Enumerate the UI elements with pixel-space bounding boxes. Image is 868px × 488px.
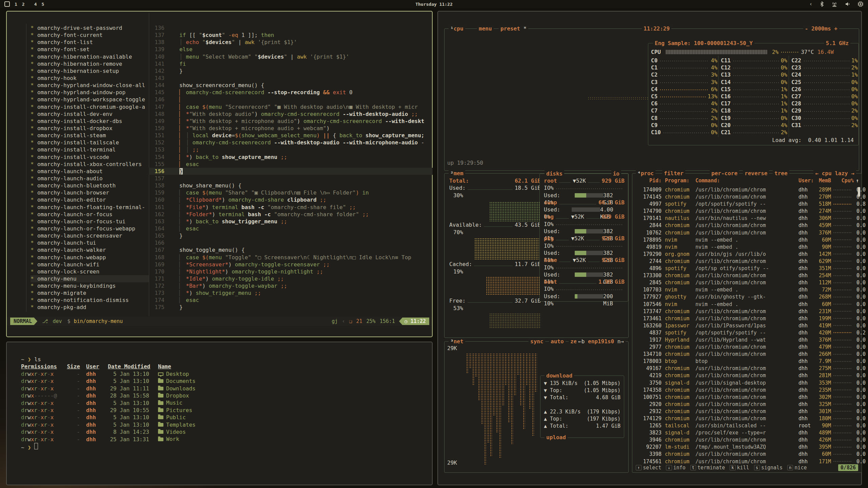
proc-key-info[interactable]: ↓ [666, 465, 672, 470]
process-row[interactable]: 174358chromium/usr/lib/chromium/chromdhh… [635, 387, 855, 394]
file-list-item[interactable]: *omarchy-font-set [31, 46, 149, 53]
process-row[interactable]: 173747chromium/usr/lib/chromium/chromdhh… [635, 308, 855, 315]
file-list-pane[interactable]: *omarchy-drive-set-password*omarchy-font… [31, 24, 149, 311]
file-list-item[interactable]: *omarchy-lock-screen [31, 268, 149, 275]
process-row[interactable]: 3750signal-d/usr/lib/signal-desktopdhh35… [635, 380, 855, 387]
process-row[interactable]: 174009chromium/usr/lib/chromium/chromdhh… [635, 186, 855, 194]
proc-reverse-button[interactable]: reverse [743, 170, 769, 177]
file-list-item[interactable]: *omarchy-launch-or-focus [31, 211, 149, 218]
process-row[interactable]: 3946chromium/usr/lib/chromium/chromdhh42… [635, 436, 855, 444]
file-list-item[interactable]: *omarchy-drive-set-password [31, 24, 149, 32]
file-list-item[interactable]: *omarchy-menu [31, 275, 149, 282]
proc-footer[interactable]: ↑select↓infotterminatekkillssignalsnnice… [636, 464, 858, 471]
file-list-item[interactable]: *omarchy-install-terminal [31, 146, 149, 153]
chevron-left-icon[interactable]: ‹ [809, 1, 812, 7]
proc-filter-button[interactable]: filter [662, 170, 685, 177]
process-row[interactable]: 179141nautilus/usr/bin/nautilus --newdhh… [635, 215, 855, 222]
proc-scrollbar[interactable] [858, 187, 860, 197]
process-row[interactable]: 178003btopbtopdhh7.9M0.0 [635, 358, 855, 365]
process-row[interactable]: 134710chromium/usr/lib/chromium/chromdhh… [635, 351, 855, 358]
file-list-item[interactable]: *omarchy-migrate [31, 289, 149, 297]
shell-prompt[interactable]: ~❯ [21, 443, 196, 450]
file-list-item[interactable]: *omarchy-launch-or-focus-tui [31, 218, 149, 225]
file-list-item[interactable]: *omarchy-menu-keybindings [31, 282, 149, 289]
process-row[interactable]: 173461chromium/usr/lib/chromium/chromdhh… [635, 315, 855, 322]
process-row[interactable]: 2845chromium/usr/lib/chromium/chromdhh11… [635, 279, 855, 286]
file-list-item[interactable]: *omarchy-install-docker-dbs [31, 118, 149, 125]
menu-button[interactable]: menu [477, 25, 494, 32]
proc-key-nice[interactable]: n [787, 465, 793, 470]
file-list-item[interactable]: *omarchy-install-dev-env [31, 110, 149, 118]
proc-key-terminate[interactable]: t [690, 465, 696, 470]
cpu-box-title[interactable]: ¹cpu [449, 25, 465, 32]
file-list-item[interactable]: *omarchy-install-xbox-controllers [31, 161, 149, 168]
file-list-item[interactable]: *omarchy-launch-tui [31, 239, 149, 246]
file-list-item[interactable]: *omarchy-launch-webapp [31, 254, 149, 261]
proc-tree-button[interactable]: tree [773, 170, 789, 177]
proc-box-title[interactable]: ⁴proc [636, 170, 655, 177]
proc-key-signals[interactable]: s [754, 465, 760, 470]
proc-key-kill[interactable]: k [730, 465, 735, 470]
process-row[interactable]: 174129chromium/usr/lib/chromium/chromdhh… [635, 415, 855, 422]
process-row[interactable]: 1265tailscal/usr/sbin/tailscaled --root9… [635, 422, 855, 429]
process-row[interactable]: 2844chromium/usr/lib/chromium/chromdhh45… [635, 222, 855, 229]
process-row[interactable]: 3823signal-d/proc/self/exe --type=rdhh48… [635, 429, 855, 436]
process-row[interactable]: 49167chromium/usr/lib/chromium/chromdhh2… [635, 365, 855, 372]
file-list-item[interactable]: *omarchy-notification-dismiss [31, 297, 149, 304]
file-list-item[interactable]: *omarchy-launch-browser [31, 189, 149, 196]
network-icon[interactable] [831, 1, 837, 7]
file-list-item[interactable]: *omarchy-font-current [31, 32, 149, 39]
process-row[interactable]: 1632601passwor/usr/lib/1Password/1pasdhh… [635, 322, 855, 329]
bluetooth-icon[interactable] [820, 1, 824, 7]
btop-window[interactable]: ¹cpu menu preset * 11:22:29 - 2000ms + u… [437, 11, 862, 485]
net-box-title[interactable]: ³net [449, 338, 465, 345]
process-row[interactable]: 2744chromium/usr/lib/chromium/chromdhh62… [635, 258, 855, 265]
io-mode-button[interactable]: io [611, 170, 621, 177]
update-interval[interactable]: - 2000ms + [803, 25, 839, 32]
file-list-item[interactable]: *omarchy-font-list [31, 39, 149, 46]
net-interface[interactable]: ←b enp191s0 n→ [576, 338, 626, 345]
terminal-window[interactable]: ~❯lsPermissionsSizeUserDate ModifiedName… [6, 342, 433, 485]
file-list-item[interactable]: *omarchy-pkg-add [31, 304, 149, 311]
process-row[interactable]: 2932chromium/usr/lib/chromium/chromdhh30… [635, 408, 855, 415]
file-list-item[interactable]: *omarchy-install-dropbox [31, 125, 149, 132]
process-row[interactable]: 3398chromium/usr/lib/chromium/chromdhh60… [635, 451, 855, 458]
file-list-item[interactable]: *omarchy-launch-bluetooth [31, 182, 149, 189]
process-row[interactable]: 107703nvimnvim --embed .dhh72M0.0 [635, 286, 855, 293]
proc-percore-button[interactable]: per-core [710, 170, 739, 177]
net-auto-button[interactable]: auto [549, 338, 566, 345]
process-row[interactable]: 1917Hyprland/usr/lib/Hyprland --watdhh37… [635, 337, 855, 344]
preset-button[interactable]: preset * [499, 25, 528, 32]
process-row[interactable]: 173300chromium/usr/lib/chromium/chromdhh… [635, 272, 855, 279]
disks-box-title[interactable]: disks [545, 170, 564, 177]
process-row[interactable]: 4219chromium/usr/lib/chromium/chromdhh28… [635, 372, 855, 379]
file-list-item[interactable]: *omarchy-hyprland-workspace-toggle [31, 96, 149, 103]
process-row[interactable]: 174145chromium/usr/lib/chromium/chromdhh… [635, 194, 855, 201]
code-pane[interactable]: 136137if [[ "$count" -eq 1 ]]; then138│ … [149, 24, 433, 311]
file-list-item[interactable]: *omarchy-hibernation-available [31, 53, 149, 60]
file-list-item[interactable]: *omarchy-hibernation-setup [31, 67, 149, 75]
cpu-chip-icon[interactable] [858, 1, 863, 7]
file-list-item[interactable]: *omarchy-launch-editor [31, 196, 149, 203]
process-row[interactable]: 4837spotify/opt/spotify/spotify --dhh420… [635, 329, 855, 337]
proc-sort-selector[interactable]: ← cpu lazy → [813, 170, 856, 177]
file-list-item[interactable]: *omarchy-install-tailscale [31, 139, 149, 146]
file-list-item[interactable]: *omarchy-install-steam [31, 132, 149, 139]
process-row[interactable]: 177927ghostty/usr/bin/ghostty --gtk-dhh2… [635, 293, 855, 301]
proc-header[interactable]: Pid: Program: Command: User: MemB Cpu% ↑ [635, 178, 859, 184]
file-list-item[interactable]: *omarchy-launch-audio [31, 175, 149, 182]
mem-box-title[interactable]: ²mem [449, 170, 465, 177]
process-row[interactable]: 49819nvimnvim --embed .dhh90M0.0 [635, 244, 855, 251]
neovim-window[interactable]: *omarchy-drive-set-password*omarchy-font… [6, 11, 433, 337]
net-sync-button[interactable]: sync [529, 338, 545, 345]
file-list-item[interactable]: *omarchy-install-vscode [31, 154, 149, 161]
file-list-item[interactable]: *omarchy-launch-walker [31, 246, 149, 253]
process-row[interactable]: 10762chromium/usr/lib/chromium/chromdhh3… [635, 229, 855, 237]
process-row[interactable]: 92207lm-studi/tmp/.mount_lmstudw3AZQdhh3… [635, 444, 855, 451]
process-row[interactable]: 2920chromium/usr/lib/chromium/chromdhh32… [635, 401, 855, 408]
process-row[interactable]: 174790chromium/usr/lib/chromium/chromdhh… [635, 208, 855, 215]
file-list-item[interactable]: *omarchy-launch-screensaver [31, 232, 149, 239]
process-list[interactable]: 174009chromium/usr/lib/chromium/chromdhh… [635, 186, 855, 465]
process-row[interactable]: 4896spotify/opt/sp otify/spotify --dhh35… [635, 265, 855, 272]
file-list-item[interactable]: *omarchy-launch-wifi [31, 261, 149, 268]
